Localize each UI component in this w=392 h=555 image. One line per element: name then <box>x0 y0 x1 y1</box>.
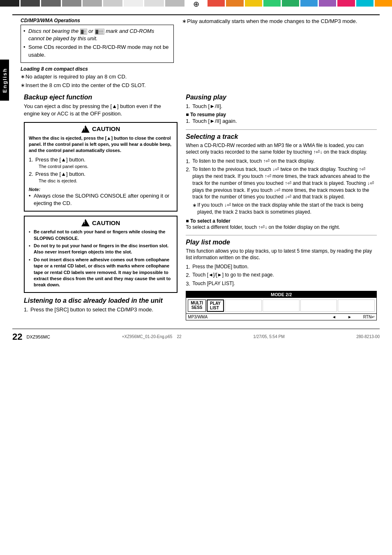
caution-1-note: Note: • Always close the SLOPING CONSOLE… <box>29 186 173 207</box>
disc-warning-item2: • Some CDs recorded in the CD-R/CD-RW mo… <box>23 44 171 58</box>
color-seg <box>0 0 19 7</box>
backup-eject-body: You can eject a disc by pressing the [▲]… <box>24 103 178 117</box>
color-seg <box>144 0 164 7</box>
color-seg <box>83 0 102 7</box>
mode-empty-btn4 <box>338 299 375 312</box>
listening-step1: 1. Press the [SRC] button to select the … <box>24 306 178 313</box>
top-bar-right <box>208 0 392 8</box>
page-number: 22 <box>12 332 22 342</box>
auto-play-note: ∗ Play automatically starts when the mod… <box>182 18 373 25</box>
divider-2 <box>186 235 377 235</box>
folder-text: To select a different folder, touch ↑⏎↓ … <box>186 224 377 231</box>
footer-center-right: 1/27/05, 5:54 PM <box>253 334 284 339</box>
track-item3: ∗ If you touch ↓⏎ twice on the track dis… <box>192 202 377 216</box>
top-color-bar: ⊕ <box>0 0 392 8</box>
color-seg <box>337 0 355 7</box>
track-item2: 2. To listen to the previous track, touc… <box>186 166 377 200</box>
listening-section: Listening to a disc already loaded in th… <box>24 297 178 313</box>
caution-box-2: CAUTION • Be careful not to catch your h… <box>24 216 178 293</box>
footer-right: 280-8213-00 <box>356 334 380 339</box>
resume-play-label: ■ To resume play <box>186 112 377 117</box>
playlist-step1: 1. Press the [MODE] button. <box>186 263 377 271</box>
mode-sub-row: MP3/WMA ◄ ► RTN↵ <box>186 313 376 320</box>
backup-eject-title: Backup eject function <box>24 94 178 101</box>
folder-label: ■ To select a folder <box>186 218 377 224</box>
right-header-col: ∗ Play automatically starts when the mod… <box>182 18 373 90</box>
color-seg <box>300 0 318 7</box>
mode-sub-label: MP3/WMA <box>188 315 208 319</box>
color-seg <box>124 0 143 7</box>
caution-triangle-icon <box>81 125 90 133</box>
page-header: CD/MP3/WMA Operations • Discs not bearin… <box>12 14 380 90</box>
caution-2-item2: • Do not try to put your hand or fingers… <box>29 243 173 256</box>
listening-title: Listening to a disc already loaded in th… <box>24 297 178 304</box>
page-footer: 22 DXZ956MC +XZ956MC_01-20-Eng.p65 22 1/… <box>12 329 380 342</box>
loading-item2: ∗ Insert the 8 cm CD into the center of … <box>21 82 174 89</box>
disc-warning-item1: • Discs not bearing the ▓▒ or ▓▒▒ mark a… <box>23 28 171 42</box>
color-seg <box>165 0 184 7</box>
model-name: DXZ956MC <box>26 334 50 339</box>
color-seg <box>226 0 243 7</box>
color-seg <box>41 0 60 7</box>
mode-empty-btn1 <box>225 299 262 312</box>
color-seg <box>21 0 40 7</box>
playlist-title: Play list mode <box>186 239 377 246</box>
mode-header: MODE 2/2 <box>186 291 376 298</box>
color-seg <box>263 0 281 7</box>
caution-2-header: CAUTION <box>29 219 173 226</box>
color-seg <box>282 0 299 7</box>
color-seg <box>319 0 336 7</box>
playlist-intro: This function allows you to play tracks,… <box>186 248 377 262</box>
mode-btn-multi-sess: MULTISESS <box>188 299 206 312</box>
main-content: Backup eject function You can eject a di… <box>12 94 380 320</box>
left-column: Backup eject function You can eject a di… <box>12 94 178 320</box>
caution-2-item1: • Be careful not to catch your hand or f… <box>29 229 173 242</box>
mode-display-box: MODE 2/2 MULTISESS PLAYLIST MP3/WMA ◄ <box>186 291 377 320</box>
disc-warning-box: • Discs not bearing the ▓▒ or ▓▒▒ mark a… <box>21 25 174 63</box>
page-section-title: CD/MP3/WMA Operations <box>21 18 174 23</box>
track-item1: 1. To listen to the next track, touch ↑⏎… <box>186 158 377 165</box>
color-seg <box>356 0 374 7</box>
pausing-play-section: Pausing play 1. Touch [►/II]. ■ To resum… <box>186 94 377 125</box>
mode-ctrl-prev: ◄ <box>332 315 336 319</box>
pausing-step1: 1. Touch [►/II]. <box>186 103 377 110</box>
color-seg <box>62 0 81 7</box>
mode-ctrl-next: ► <box>348 315 352 319</box>
mode-empty-btn2 <box>263 299 300 312</box>
playlist-mode-section: Play list mode This function allows you … <box>186 239 377 320</box>
mode-buttons: MULTISESS PLAYLIST <box>186 298 376 313</box>
crosshair-icon: ⊕ <box>193 0 199 9</box>
caution-1-step1: 1. Press the [▲] button. The control pan… <box>29 156 173 170</box>
footer-center-left: +XZ956MC_01-20-Eng.p65 22 <box>122 334 182 339</box>
caution-triangle-icon-2 <box>81 219 90 226</box>
backup-eject-section: Backup eject function You can eject a di… <box>24 94 178 117</box>
divider-1 <box>186 129 377 130</box>
selecting-track-section: Selecting a track When a CD-R/CD-RW reco… <box>186 133 377 231</box>
mode-btn-play-list: PLAYLIST <box>207 299 224 312</box>
loading-item1: ∗ No adapter is required to play an 8 cm… <box>21 73 174 81</box>
color-seg <box>245 0 262 7</box>
selecting-track-title: Selecting a track <box>186 133 377 140</box>
color-seg <box>103 0 122 7</box>
footer-left: 22 DXZ956MC <box>12 332 50 342</box>
caution-1-header: CAUTION <box>29 125 173 133</box>
caution-box-1: CAUTION When the disc is ejected, press … <box>24 122 178 212</box>
top-bar-left <box>0 0 184 8</box>
pausing-play-title: Pausing play <box>186 94 377 101</box>
page-content: English CD/MP3/WMA Operations • Discs no… <box>0 10 392 350</box>
mode-empty-btn3 <box>300 299 337 312</box>
caution-1-step2: 2. Press the [▲] button. The disc is eje… <box>29 170 173 184</box>
mode-ctrl-rtn: RTN↵ <box>363 315 375 319</box>
playlist-step3: 3. Touch [PLAY LIST]. <box>186 280 377 288</box>
selecting-track-intro: When a CD-R/CD-RW recorded with an MP3 f… <box>186 142 377 156</box>
english-tab: English <box>0 60 9 101</box>
color-seg <box>375 0 392 7</box>
color-seg <box>208 0 225 7</box>
resume-step: 1. Touch [►/II] again. <box>186 117 377 125</box>
caution-1-text: When the disc is ejected, press the [▲] … <box>29 135 173 154</box>
right-column: Pausing play 1. Touch [►/II]. ■ To resum… <box>186 94 377 320</box>
loading-8cm-title: Loading 8 cm compact discs <box>21 66 174 72</box>
playlist-step2: 2. Touch [◄]/[►] to go to the next page. <box>186 272 377 279</box>
caution-2-item3: • Do not insert discs where adhesive com… <box>29 257 173 288</box>
